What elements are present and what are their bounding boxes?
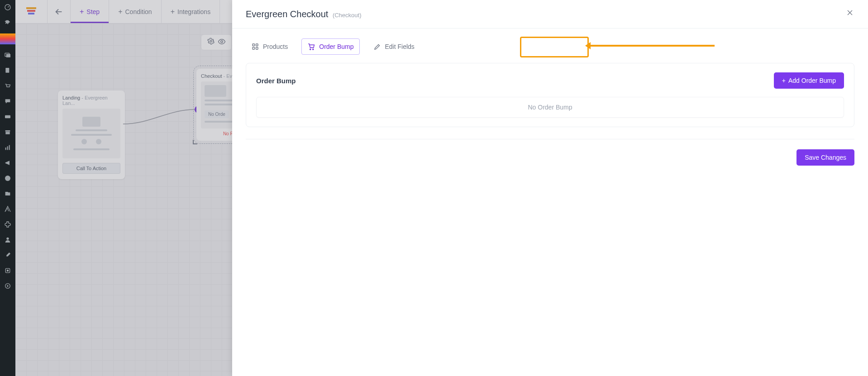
plugins-icon[interactable] bbox=[0, 220, 15, 229]
templates-icon[interactable] bbox=[0, 189, 15, 198]
svg-point-11 bbox=[6, 238, 9, 240]
drawer-footer: Save Changes bbox=[246, 139, 854, 166]
appearance-icon[interactable] bbox=[0, 205, 15, 214]
users-icon[interactable] bbox=[0, 235, 15, 244]
tools-icon[interactable] bbox=[0, 251, 15, 260]
comments-icon[interactable] bbox=[0, 97, 15, 106]
order-bump-card: Order Bump + Add Order Bump No Order Bum… bbox=[246, 63, 854, 127]
button-label: Add Order Bump bbox=[788, 77, 836, 84]
save-changes-button[interactable]: Save Changes bbox=[796, 149, 854, 166]
annotation-highlight bbox=[520, 37, 589, 57]
pages-icon[interactable] bbox=[0, 66, 15, 75]
svg-rect-17 bbox=[253, 44, 255, 46]
svg-point-10 bbox=[5, 176, 10, 181]
svg-rect-8 bbox=[7, 146, 8, 150]
svg-point-21 bbox=[310, 49, 311, 50]
media-icon[interactable] bbox=[0, 51, 15, 60]
drawer-body: Order Bump + Add Order Bump No Order Bum… bbox=[232, 63, 868, 179]
svg-rect-7 bbox=[5, 148, 6, 150]
analytics-icon[interactable] bbox=[0, 143, 15, 152]
tab-label: Edit Fields bbox=[385, 43, 415, 50]
tab-edit-fields[interactable]: Edit Fields bbox=[368, 39, 420, 54]
add-order-bump-button[interactable]: + Add Order Bump bbox=[774, 72, 844, 89]
tab-order-bump[interactable]: Order Bump bbox=[301, 38, 359, 55]
pin-icon[interactable] bbox=[0, 18, 15, 27]
wp-admin-sidebar bbox=[0, 0, 15, 376]
settings-icon[interactable] bbox=[0, 266, 15, 275]
svg-rect-19 bbox=[253, 48, 255, 50]
svg-rect-13 bbox=[7, 270, 9, 271]
svg-rect-6 bbox=[5, 132, 10, 134]
funnel-app-icon[interactable] bbox=[0, 33, 15, 44]
cart-icon bbox=[307, 43, 315, 51]
svg-rect-4 bbox=[5, 115, 10, 119]
annotation-arrow bbox=[590, 45, 715, 47]
collapse-icon[interactable] bbox=[0, 281, 15, 290]
drawer-header: Evergreen Checkout (Checkout) bbox=[232, 0, 868, 29]
grid-icon bbox=[251, 43, 259, 51]
tab-label: Order Bump bbox=[319, 43, 353, 50]
marketing-icon[interactable] bbox=[0, 158, 15, 167]
close-icon[interactable] bbox=[845, 8, 854, 20]
pencil-icon bbox=[373, 43, 382, 51]
woo-icon[interactable] bbox=[0, 112, 15, 121]
drawer-tabs: Products Order Bump Edit Fields bbox=[232, 29, 868, 63]
tab-label: Products bbox=[263, 43, 288, 50]
tab-products[interactable]: Products bbox=[246, 39, 293, 54]
svg-rect-18 bbox=[256, 44, 258, 46]
svg-point-22 bbox=[313, 49, 314, 50]
cart-icon[interactable] bbox=[0, 81, 15, 90]
section-heading: Order Bump bbox=[256, 77, 296, 85]
drawer-type: (Checkout) bbox=[333, 12, 362, 19]
svg-rect-2 bbox=[6, 54, 10, 57]
drawer-panel: Evergreen Checkout (Checkout) Products O… bbox=[232, 0, 868, 376]
dashboard-icon[interactable] bbox=[0, 3, 15, 12]
empty-state: No Order Bump bbox=[256, 97, 844, 118]
svg-rect-20 bbox=[256, 48, 258, 50]
svg-rect-3 bbox=[5, 68, 9, 73]
elementor-icon[interactable] bbox=[0, 174, 15, 183]
plus-icon: + bbox=[782, 77, 786, 84]
card-header: Order Bump + Add Order Bump bbox=[256, 72, 844, 89]
svg-rect-5 bbox=[5, 130, 10, 132]
drawer-title: Evergreen Checkout (Checkout) bbox=[246, 9, 361, 19]
svg-rect-9 bbox=[9, 145, 10, 150]
archive-icon[interactable] bbox=[0, 128, 15, 137]
drawer-title-text: Evergreen Checkout bbox=[246, 9, 328, 19]
